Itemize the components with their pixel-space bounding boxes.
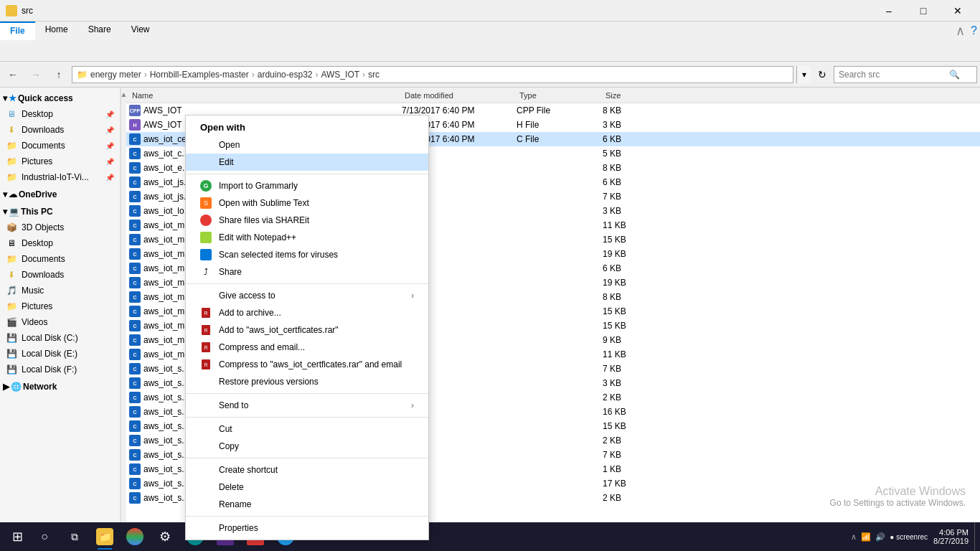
- breadcrumb-3[interactable]: arduino-esp32: [258, 70, 313, 80]
- ctx-restore-versions[interactable]: Restore previous versions: [186, 373, 428, 390]
- onedrive-header[interactable]: ▾ ☁ OneDrive: [0, 187, 120, 202]
- sidebar-item-desktop[interactable]: 🖥 Desktop 📌: [0, 106, 120, 122]
- ribbon-expand-icon[interactable]: ∧: [956, 23, 965, 39]
- ctx-shareit[interactable]: Share files via SHAREit: [186, 212, 428, 229]
- col-header-type[interactable]: Type: [517, 91, 603, 100]
- sidebar-item-3d-objects[interactable]: 📦 3D Objects: [0, 220, 120, 235]
- industrial-icon: 📁: [6, 171, 17, 183]
- cortana-button[interactable]: ○: [32, 524, 57, 550]
- tab-home[interactable]: Home: [35, 22, 78, 40]
- col-header-name[interactable]: Name: [129, 91, 402, 100]
- file-size: 19 KB: [603, 278, 660, 288]
- ctx-create-shortcut[interactable]: Create shortcut: [186, 461, 428, 479]
- videos-icon: 🎬: [6, 316, 17, 328]
- title-bar-title: src: [22, 6, 33, 16]
- forward-button[interactable]: →: [26, 65, 46, 85]
- taskbar-app-chrome[interactable]: C: [121, 522, 149, 551]
- ctx-divider-6: [186, 516, 428, 517]
- ctx-copy[interactable]: Copy: [186, 438, 428, 455]
- start-button[interactable]: ⊞: [3, 522, 32, 551]
- col-header-size[interactable]: Size: [603, 91, 660, 100]
- ctx-share[interactable]: ⤴ Share: [186, 263, 428, 281]
- ctx-delete-icon: [200, 481, 212, 493]
- ctx-sublime[interactable]: S Open with Sublime Text: [186, 194, 428, 212]
- sidebar-item-downloads-pc[interactable]: ⬇ Downloads: [0, 267, 120, 283]
- maximize-button[interactable]: □: [907, 0, 940, 22]
- ctx-scan[interactable]: Scan selected items for viruses: [186, 246, 428, 263]
- file-icon-c: C: [129, 133, 141, 145]
- taskbar-clock[interactable]: 4:06 PM 8/27/2019: [933, 528, 969, 545]
- sidebar-item-local-f[interactable]: 💾 Local Disk (F:): [0, 362, 120, 377]
- up-button[interactable]: ↑: [49, 65, 69, 85]
- sidebar-collapse-btn[interactable]: ▲: [121, 88, 126, 531]
- file-name: aws_iot_js...: [143, 177, 191, 187]
- ctx-send-to-arrow: ›: [411, 400, 414, 410]
- taskbar-app-file-explorer[interactable]: 📁: [90, 522, 119, 551]
- sidebar-item-local-e[interactable]: 💾 Local Disk (E:): [0, 346, 120, 362]
- file-icon-c: C: [129, 306, 141, 317]
- quick-access-header[interactable]: ▾ ★ Quick access: [0, 90, 120, 106]
- ctx-add-rar[interactable]: R Add to "aws_iot_certficates.rar": [186, 321, 428, 339]
- col-header-date[interactable]: Date modified: [402, 91, 517, 100]
- ctx-cut[interactable]: Cut: [186, 420, 428, 438]
- ctx-notepadpp-icon: [200, 232, 212, 243]
- ctx-properties[interactable]: Properties: [186, 519, 428, 537]
- ctx-add-archive[interactable]: R Add to archive...: [186, 304, 428, 321]
- ctx-open[interactable]: Open: [186, 136, 428, 154]
- ctx-send-to[interactable]: Send to ›: [186, 397, 428, 414]
- address-bar[interactable]: 📁 energy meter › Hornbill-Examples-maste…: [72, 66, 793, 83]
- taskbar-volume-icon[interactable]: 🔊: [875, 532, 885, 542]
- tab-view[interactable]: View: [121, 22, 160, 40]
- taskbar-app-task-view[interactable]: ⧉: [60, 522, 89, 551]
- back-button[interactable]: ←: [3, 65, 23, 85]
- file-size: 3 KB: [603, 206, 660, 216]
- breadcrumb-1[interactable]: energy meter: [90, 70, 141, 80]
- ctx-edit[interactable]: Edit: [186, 154, 428, 171]
- address-dropdown-btn[interactable]: ▾: [796, 66, 811, 83]
- minimize-button[interactable]: –: [872, 0, 905, 22]
- ctx-notepadpp[interactable]: Edit with Notepad++: [186, 229, 428, 246]
- sidebar-item-documents-qa[interactable]: 📁 Documents 📌: [0, 138, 120, 154]
- ctx-give-access[interactable]: Give access to ›: [186, 287, 428, 304]
- search-input[interactable]: [839, 70, 946, 80]
- file-icon-c: C: [129, 176, 141, 188]
- sidebar-item-downloads-qa[interactable]: ⬇ Downloads 📌: [0, 122, 120, 138]
- ctx-open-with-header: Open with: [186, 118, 428, 136]
- taskbar-wifi-icon[interactable]: 📶: [861, 532, 871, 542]
- ctx-compress-email[interactable]: R Compress and email...: [186, 339, 428, 356]
- taskbar-app-settings[interactable]: ⚙: [151, 522, 179, 551]
- sidebar-item-documents-pc[interactable]: 📁 Documents: [0, 251, 120, 267]
- refresh-button[interactable]: ↻: [814, 66, 831, 83]
- local-disk-c-icon: 💾: [6, 332, 17, 344]
- breadcrumb-4[interactable]: AWS_IOT: [321, 70, 359, 80]
- sidebar-item-industrial[interactable]: 📁 Industrial-IoT-Vi... 📌: [0, 169, 120, 185]
- file-name: aws_iot_s...: [143, 435, 189, 446]
- taskbar-right: ∧ 📶 🔊 ● screenrec 4:06 PM 8/27/2019: [851, 522, 977, 551]
- this-pc-header[interactable]: ▾ 💻 This PC: [0, 204, 120, 220]
- tab-share[interactable]: Share: [78, 22, 121, 40]
- help-icon[interactable]: ?: [971, 24, 977, 37]
- ctx-delete[interactable]: Delete: [186, 479, 428, 496]
- breadcrumb-2[interactable]: Hornbill-Examples-master: [150, 70, 249, 80]
- desktop-icon: 🖥: [6, 108, 17, 120]
- ctx-rename[interactable]: Rename: [186, 496, 428, 513]
- sidebar-item-local-c[interactable]: 💾 Local Disk (C:): [0, 330, 120, 346]
- ctx-grammarly[interactable]: G Import to Grammarly: [186, 177, 428, 194]
- tab-file[interactable]: File: [0, 22, 35, 40]
- taskbar-show-desktop[interactable]: [974, 522, 977, 551]
- taskbar-screenrec-icon[interactable]: ● screenrec: [890, 533, 928, 541]
- sidebar-item-videos[interactable]: 🎬 Videos: [0, 314, 120, 330]
- file-size: 6 KB: [603, 134, 660, 144]
- ctx-compress-rar-email[interactable]: R Compress to "aws_iot_certficates.rar" …: [186, 356, 428, 373]
- taskbar-up-arrow[interactable]: ∧: [851, 532, 857, 542]
- sidebar-item-pictures-qa[interactable]: 📁 Pictures 📌: [0, 154, 120, 169]
- network-header[interactable]: ▶ 🌐 Network: [0, 379, 120, 395]
- breadcrumb-5[interactable]: src: [368, 70, 380, 80]
- sidebar-item-local-e-label: Local Disk (E:): [22, 349, 77, 359]
- pictures-icon: 📁: [6, 156, 17, 167]
- sidebar-item-music[interactable]: 🎵 Music: [0, 283, 120, 298]
- sidebar-item-desktop-pc[interactable]: 🖥 Desktop: [0, 235, 120, 251]
- sidebar-item-pictures-pc[interactable]: 📁 Pictures: [0, 298, 120, 314]
- search-bar[interactable]: 🔍: [834, 66, 977, 83]
- close-button[interactable]: ✕: [941, 0, 974, 22]
